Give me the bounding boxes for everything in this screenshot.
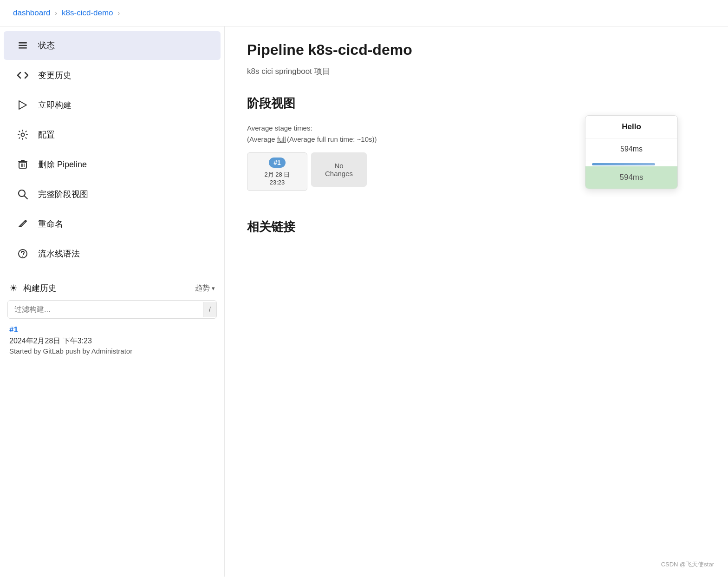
stage-view-section: 阶段视图 Average stage times: (Average full(… [247, 95, 706, 191]
play-icon [17, 99, 29, 111]
tooltip-stage-name: Hello [585, 116, 677, 138]
related-links-section: 相关链接 [247, 219, 706, 235]
chevron-down-icon: ▾ [212, 285, 215, 292]
sidebar-item-config[interactable]: 配置 [4, 120, 221, 149]
footer-watermark: CSDN @飞天使star [661, 560, 714, 569]
svg-rect-2 [19, 47, 27, 49]
sidebar-item-status[interactable]: 状态 [4, 31, 221, 60]
sidebar-label-delete: 删除 Pipeline [38, 159, 87, 170]
sidebar-item-build-now[interactable]: 立即构建 [4, 91, 221, 119]
pencil-icon [17, 218, 29, 230]
tooltip-bar-row [585, 160, 677, 166]
sidebar-label-pipeline-syntax: 流水线语法 [38, 248, 80, 259]
page-title: Pipeline k8s-cicd-demo [247, 41, 706, 59]
build-card-date: 2月 28 日 [265, 171, 290, 179]
svg-rect-1 [19, 45, 27, 46]
tooltip-green-time: 594ms [585, 166, 677, 189]
build-trigger: Started by GitLab push by Administrator [9, 347, 215, 355]
main-content: Pipeline k8s-cicd-demo k8s cici springbo… [225, 26, 728, 577]
build-item-1[interactable]: #1 2024年2月28日 下午3:23 Started by GitLab p… [0, 319, 224, 361]
question-icon [17, 248, 29, 260]
code-icon [17, 69, 29, 81]
trash-icon [17, 158, 29, 171]
sidebar-label-history: 变更历史 [38, 70, 72, 81]
svg-marker-3 [19, 101, 26, 109]
sidebar-item-history[interactable]: 变更历史 [4, 61, 221, 90]
sidebar: 状态 变更历史 立即构建 [0, 26, 225, 577]
stage-chart: #1 2月 28 日 23:23 NoChanges Hello 594ms 5… [247, 152, 706, 191]
build-number: #1 [9, 325, 215, 335]
tooltip-bar [592, 163, 655, 165]
list-icon [17, 39, 29, 52]
build-date: 2024年2月28日 下午3:23 [9, 336, 215, 346]
sidebar-item-delete[interactable]: 删除 Pipeline [4, 150, 221, 179]
breadcrumb-sep-1: › [55, 9, 57, 17]
build-card[interactable]: #1 2月 28 日 23:23 [247, 152, 307, 191]
build-badge: #1 [269, 158, 286, 168]
tooltip-time: 594ms [585, 138, 677, 160]
build-history-header: ☀ 构建历史 趋势 ▾ [0, 276, 224, 300]
sidebar-label-rename: 重命名 [38, 218, 63, 230]
sun-icon: ☀ [9, 282, 18, 294]
sidebar-label-status: 状态 [38, 40, 55, 51]
page-subtitle: k8s cici springboot 项目 [247, 66, 706, 77]
filter-shortcut: / [203, 302, 216, 317]
svg-point-14 [22, 256, 23, 257]
stage-view-title: 阶段视图 [247, 95, 706, 112]
sidebar-label-build-now: 立即构建 [38, 99, 72, 111]
sidebar-item-pipeline-syntax[interactable]: 流水线语法 [4, 239, 221, 268]
sidebar-item-rename[interactable]: 重命名 [4, 210, 221, 238]
trend-label: 趋势 [195, 283, 210, 293]
full-underline: full [277, 135, 286, 143]
breadcrumb-pipeline[interactable]: k8s-cicd-demo [62, 8, 113, 18]
gear-icon [17, 129, 29, 141]
trend-button[interactable]: 趋势 ▾ [195, 283, 215, 293]
filter-row: / [7, 300, 217, 319]
svg-rect-0 [19, 42, 27, 44]
related-links-title: 相关链接 [247, 219, 706, 235]
breadcrumb-dashboard[interactable]: dashboard [13, 8, 50, 18]
sidebar-label-config: 配置 [38, 129, 55, 140]
breadcrumb-sep-2: › [118, 9, 120, 17]
breadcrumb: dashboard › k8s-cicd-demo › [0, 0, 728, 26]
stage-tooltip: Hello 594ms 594ms [585, 115, 678, 189]
sidebar-item-full-stage[interactable]: 完整阶段视图 [4, 180, 221, 209]
sidebar-label-full-stage: 完整阶段视图 [38, 189, 88, 200]
sidebar-divider [7, 272, 217, 272]
no-changes-block: NoChanges [311, 152, 367, 187]
svg-point-4 [21, 133, 25, 137]
build-card-time: 23:23 [270, 179, 285, 186]
filter-input[interactable] [8, 301, 203, 318]
svg-line-11 [25, 196, 28, 199]
svg-line-12 [25, 221, 26, 222]
build-history-label: 构建历史 [23, 282, 57, 294]
search-icon [17, 188, 29, 200]
